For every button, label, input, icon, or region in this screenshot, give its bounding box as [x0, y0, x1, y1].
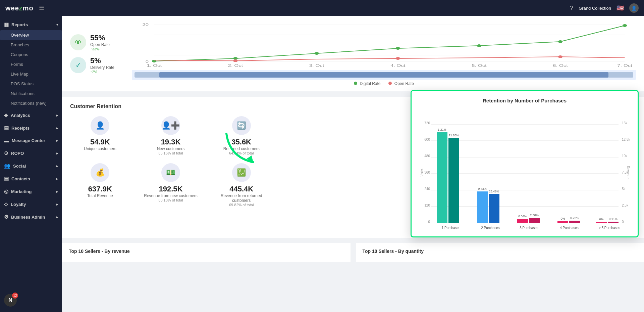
svg-text:Revenue: Revenue [626, 166, 630, 179]
sidebar-item-marketing[interactable]: ◎ Marketing ▸ [0, 186, 62, 197]
new-customers-value: 19.3K [161, 138, 181, 146]
svg-text:480: 480 [424, 154, 430, 158]
new-customers-sub: 35.16% of total [158, 151, 183, 155]
svg-text:1 Purchase: 1 Purchase [442, 226, 459, 230]
retention-stats: 👤 54.9K Unique customers 👤➕ 19.3K New cu… [70, 116, 271, 207]
sellers-revenue-title: Top 10 Sellers - By revenue [69, 249, 344, 254]
svg-point-22 [396, 57, 400, 60]
sidebar-item-overview[interactable]: Overview [0, 30, 62, 40]
open-rate-label: Open Rate [90, 42, 110, 47]
sidebar-item-posstatus[interactable]: POS Status [0, 79, 62, 89]
sidebar-item-notifications-new[interactable]: Notifications (new) [0, 98, 62, 108]
chevron-right-icon8: ▸ [56, 203, 58, 206]
chevron-right-icon5: ▸ [56, 164, 58, 168]
revenue-returned-card: 💹 445.4K Revenue from returned customers… [211, 163, 271, 207]
open-rate-value: 55% [90, 34, 110, 42]
total-revenue-card: 💰 637.9K Total Revenue [70, 163, 130, 207]
unique-customers-value: 54.9K [90, 138, 110, 146]
help-icon[interactable]: ? [570, 5, 573, 12]
chevron-right-icon3: ▸ [56, 139, 58, 142]
hamburger-icon[interactable]: ☰ [39, 4, 44, 12]
svg-text:240: 240 [424, 187, 430, 191]
svg-text:1. Oct: 1. Oct [147, 64, 162, 68]
returned-customers-card: 🔄 35.6K Returned customers 64.84% of tot… [211, 116, 271, 155]
delivery-rate-metric: ✓ 5% Delivery Rate ↑2% [70, 56, 124, 74]
flag-icon: 🇺🇸 [616, 4, 624, 12]
svg-text:20: 20 [143, 23, 149, 27]
revenue-new-value: 192.5K [159, 185, 183, 193]
returned-customers-value: 35.6K [231, 138, 251, 146]
chevron-down-icon: ▾ [56, 23, 58, 27]
sidebar-item-ropo[interactable]: ⊙ ROPO ▸ [0, 147, 62, 159]
sidebar-item-coupons[interactable]: Coupons [0, 50, 62, 59]
check-circle-icon: ✓ [75, 61, 81, 69]
analytics-icon: ◈ [4, 112, 8, 118]
svg-text:0%: 0% [560, 217, 565, 220]
open-rate-text: 55% Open Rate ↑33% [90, 34, 110, 51]
svg-text:0: 0 [622, 220, 624, 224]
svg-text:4. Oct: 4. Oct [390, 64, 406, 68]
topnav-right: ? Grand Collection 🇺🇸 👤 [570, 3, 639, 13]
revenue-new-card: 💵 192.5K Revenue from new customers 30.1… [141, 163, 201, 207]
svg-text:7. Oct: 7. Oct [617, 64, 632, 68]
revenue-returned-icon: 💹 [232, 163, 251, 182]
svg-text:5k: 5k [622, 187, 626, 191]
svg-text:> 5 Purchases: > 5 Purchases [599, 226, 620, 230]
svg-text:0: 0 [146, 60, 149, 63]
svg-text:0.11%: 0.11% [609, 217, 618, 221]
delivery-rate-change: ↑2% [90, 70, 114, 74]
returned-customers-sub: 64.84% of total [229, 151, 254, 155]
svg-point-20 [623, 24, 627, 27]
chevron-right-icon2: ▸ [56, 126, 58, 130]
svg-point-23 [558, 55, 562, 58]
sidebar-item-forms[interactable]: Forms [0, 59, 62, 69]
sidebar-item-social[interactable]: 👥 Social ▸ [0, 160, 62, 172]
new-customers-icon: 👤➕ [161, 116, 180, 135]
sidebar-item-livemap[interactable]: Live Map [0, 69, 62, 79]
sidebar-item-loyalty[interactable]: ◇ Loyalty ▸ [0, 198, 62, 210]
revenue-returned-sub: 69.82% of total [229, 203, 254, 207]
chevron-right-icon4: ▸ [56, 151, 58, 155]
bottom-sections: Top 10 Sellers - By revenue Top 10 Selle… [62, 243, 644, 267]
logo: weezmo [5, 4, 34, 12]
revenue-returned-label: Revenue from returned customers [211, 193, 271, 203]
svg-text:6. Oct: 6. Oct [553, 64, 568, 68]
svg-rect-48 [437, 132, 447, 223]
sidebar-avatar-wrap: N 12 [4, 294, 17, 307]
marketing-icon: ◎ [4, 188, 8, 194]
reports-section: ▦ Reports ▾ Overview Branches Coupons Fo… [0, 19, 62, 108]
sidebar-item-reports[interactable]: ▦ Reports ▾ [0, 19, 62, 30]
sidebar-item-notifications[interactable]: Notifications [0, 89, 62, 98]
bar-chart-popup: Retention by Number of Purchases 0 120 2… [411, 90, 639, 237]
svg-rect-62 [569, 221, 580, 223]
svg-text:600: 600 [424, 138, 430, 141]
sidebar-item-analytics[interactable]: ◈ Analytics ▸ [0, 109, 62, 121]
sidebar-item-receipts[interactable]: ▤ Receipts ▸ [0, 122, 62, 134]
sidebar-item-message-center[interactable]: ▬ Message Center ▸ [0, 135, 62, 146]
business-admin-section: ⚙ Business Admin ▸ [0, 211, 62, 223]
metrics-column: 👁 55% Open Rate ↑33% ✓ 5% Delivery Rate [70, 34, 124, 74]
revenue-new-label: Revenue from new customers [144, 193, 197, 198]
total-revenue-icon: 💰 [91, 163, 109, 182]
chevron-right-icon: ▸ [56, 114, 58, 117]
svg-rect-56 [517, 219, 528, 223]
sidebar-item-contacts[interactable]: ▤ Contacts ▸ [0, 173, 62, 184]
top-sellers-revenue-card: Top 10 Sellers - By revenue [62, 243, 351, 262]
sidebar-item-business-admin[interactable]: ⚙ Business Admin ▸ [0, 211, 62, 223]
reports-icon: ▦ [4, 21, 9, 28]
svg-text:12.5k: 12.5k [622, 138, 630, 141]
digital-rate-legend: Digital Rate [354, 81, 380, 86]
revenue-new-icon: 💵 [161, 163, 180, 182]
svg-text:5. Oct: 5. Oct [472, 64, 487, 68]
svg-text:0.04%: 0.04% [518, 215, 527, 218]
returned-customers-label: Returned customers [223, 146, 260, 151]
bar-chart-title: Retention by Number of Purchases [417, 98, 632, 103]
svg-rect-50 [448, 138, 459, 223]
message-center-icon: ▬ [4, 138, 9, 143]
svg-text:360: 360 [424, 171, 430, 174]
svg-text:0%: 0% [599, 218, 603, 221]
user-avatar[interactable]: 👤 [629, 3, 639, 13]
sidebar-item-branches[interactable]: Branches [0, 40, 62, 50]
svg-text:25.46%: 25.46% [489, 190, 499, 193]
unique-customers-card: 👤 54.9K Unique customers [70, 116, 130, 155]
